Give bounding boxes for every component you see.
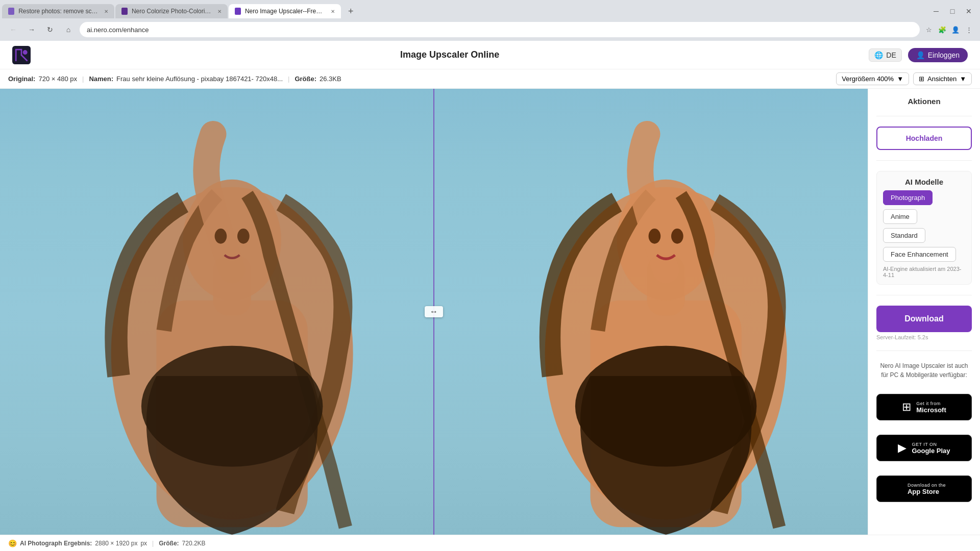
ai-engine-note: AI-Engine aktualisiert am 2023-4-11 [883, 266, 965, 278]
google-play-badge[interactable]: ▶ GET IT ON Google Play [876, 435, 972, 461]
original-value: 720 × 480 px [38, 75, 77, 83]
image-right-half [434, 89, 868, 535]
canvas-area: ↔ [0, 89, 868, 535]
model-face-enhancement-button[interactable]: Face Enhancement [883, 247, 956, 262]
comparison-divider[interactable]: ↔ [433, 89, 434, 535]
tab-restore[interactable]: Restore photos: remove scratch... ✕ [2, 4, 114, 18]
size-label-info: Größe: [295, 75, 316, 83]
tab-close-restore[interactable]: ✕ [104, 9, 108, 14]
new-tab-button[interactable]: + [342, 4, 360, 18]
microsoft-badge-text: Get it from Microsoft [916, 401, 946, 414]
main-content: ↔ Aktionen Hochladen AI Modelle Photogra… [0, 89, 980, 535]
download-section: Download Server-Laufzeit: 5.2s [876, 306, 972, 340]
model-buttons-row1: Photograph Anime [883, 190, 965, 224]
microsoft-store-badge[interactable]: ⊞ Get it from Microsoft [876, 394, 972, 420]
svg-point-6 [215, 229, 227, 244]
forward-button[interactable]: → [24, 22, 39, 37]
image-right-svg [434, 89, 868, 535]
app-store-badge[interactable]: Download on the App Store [876, 475, 972, 502]
app-promo-text: Nero AI Image Upscaler ist auch für PC &… [876, 361, 972, 380]
view-label: Ansichten [927, 75, 957, 83]
original-label: Original: [8, 75, 35, 83]
globe-icon: 🌐 [874, 51, 883, 59]
reload-button[interactable]: ↻ [43, 22, 57, 37]
user-icon: 👤 [916, 51, 925, 59]
view-button[interactable]: ⊞ Ansichten ▼ [913, 72, 972, 85]
ai-models-title: AI Modelle [883, 178, 965, 186]
extension-icon[interactable]: 🧩 [937, 24, 947, 35]
microsoft-icon: ⊞ [902, 400, 911, 414]
address-input[interactable] [80, 22, 920, 37]
divider2 [876, 160, 972, 161]
new-tab-icon: + [348, 6, 354, 17]
upload-button[interactable]: Hochladen [876, 127, 972, 150]
minimize-button[interactable]: ─ [929, 4, 943, 18]
app-container: Image Upscaler Online 🌐 DE 👤 Einloggen O… [0, 41, 980, 551]
sidebar: Aktionen Hochladen AI Modelle Photograph… [868, 89, 980, 535]
sep2: | [288, 75, 289, 83]
model-standard-button[interactable]: Standard [883, 228, 925, 243]
login-button[interactable]: 👤 Einloggen [908, 48, 968, 62]
svg-point-13 [649, 229, 661, 244]
model-anime-button[interactable]: Anime [883, 209, 917, 224]
divider1 [876, 116, 972, 116]
google-play-icon: ▶ [898, 441, 906, 455]
name-value: Frau sehr kleine Auflösung - pixabay 186… [116, 75, 283, 83]
model-buttons-row2: Standard Face Enhancement [883, 228, 965, 262]
name-label: Namen: [89, 75, 113, 83]
close-window-button[interactable]: ✕ [962, 4, 976, 18]
download-button[interactable]: Download [876, 306, 972, 332]
tab-bar: Restore photos: remove scratch... ✕ Nero… [0, 0, 980, 18]
tab-label-nero: Nero Colorize Photo-Colorize Yo... [132, 8, 211, 15]
svg-point-7 [237, 229, 250, 244]
status-emoji: 😊 [8, 539, 17, 547]
lang-label: DE [886, 51, 896, 59]
maximize-button[interactable]: □ [945, 4, 960, 18]
image-comparison: ↔ [0, 89, 868, 535]
login-label: Einloggen [928, 51, 960, 59]
tab-close-nero[interactable]: ✕ [217, 9, 222, 14]
image-left-half [0, 89, 434, 535]
ai-models-section: AI Modelle Photograph Anime Standard Fac… [876, 171, 972, 285]
tab-close-upscaler[interactable]: ✕ [331, 9, 335, 14]
result-size-label: Größe: [159, 540, 179, 547]
view-icon: ⊞ [919, 75, 924, 83]
tab-favicon-restore [8, 8, 14, 15]
app-header: Image Upscaler Online 🌐 DE 👤 Einloggen [0, 41, 980, 69]
back-button[interactable]: ← [6, 22, 20, 37]
menu-icon[interactable]: ⋮ [964, 24, 974, 35]
browser-actions: ☆ 🧩 👤 ⋮ [924, 24, 974, 35]
header-right: 🌐 DE 👤 Einloggen [869, 48, 968, 62]
size-value-info: 26.3KB [320, 75, 341, 83]
app-title: Image Upscaler Online [31, 49, 869, 60]
bookmark-icon[interactable]: ☆ [924, 24, 934, 35]
tab-upscaler[interactable]: Nero Image Upscaler--Free Phot... ✕ [229, 4, 341, 18]
tab-favicon-upscaler [235, 8, 241, 15]
apple-badge-small: Download on the [908, 483, 946, 488]
info-bar: Original: 720 × 480 px | Namen: Frau seh… [0, 69, 980, 89]
drag-handle[interactable]: ↔ [425, 306, 443, 317]
zoom-button[interactable]: Vergrößern 400% ▼ [836, 72, 909, 85]
google-badge-big: Google Play [912, 447, 950, 455]
tab-label-upscaler: Nero Image Upscaler--Free Phot... [245, 8, 325, 15]
home-button[interactable]: ⌂ [61, 22, 76, 37]
logo-icon [12, 46, 31, 64]
profile-icon[interactable]: 👤 [950, 24, 961, 35]
result-label: AI Photograph Ergebnis: [20, 540, 92, 547]
microsoft-badge-big: Microsoft [916, 406, 946, 414]
language-button[interactable]: 🌐 DE [869, 48, 901, 62]
apple-badge-big: App Store [908, 488, 946, 495]
zoom-label: Vergrößern 400% [842, 75, 894, 83]
google-badge-small: GET IT ON [912, 442, 950, 447]
tab-nero[interactable]: Nero Colorize Photo-Colorize Yo... ✕ [115, 4, 228, 18]
tab-favicon-nero [121, 8, 128, 15]
svg-point-1 [23, 50, 28, 55]
browser-chrome: Restore photos: remove scratch... ✕ Nero… [0, 0, 980, 41]
logo [12, 46, 31, 64]
sep1: | [82, 75, 84, 83]
status-sep: | [152, 540, 154, 547]
image-left-svg [0, 89, 434, 535]
zoom-chevron-icon: ▼ [897, 75, 903, 83]
google-badge-text: GET IT ON Google Play [912, 442, 950, 455]
model-photograph-button[interactable]: Photograph [883, 190, 933, 205]
